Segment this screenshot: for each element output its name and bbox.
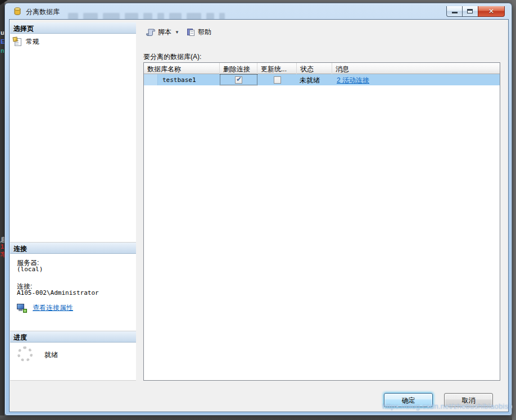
checkmark-icon: ✔ — [236, 75, 242, 83]
select-page-panel: 常规 — [10, 34, 136, 243]
grid-header-row: 数据库名称 删除连接 更新统... 状态 消息 — [144, 63, 500, 74]
active-connections-link[interactable]: 2 活动连接 — [337, 76, 369, 84]
maximize-icon — [467, 9, 473, 13]
column-header-drop-connections[interactable]: 删除连接 — [220, 63, 257, 74]
view-connection-properties-link[interactable]: 查看连接属性 — [33, 303, 73, 313]
databases-to-detach-label: 要分离的数据库(A): — [143, 52, 201, 62]
watermark-text: https://blog.csdn.net/zhebushibiaobisb — [315, 402, 513, 410]
column-header-status[interactable]: 状态 — [297, 63, 332, 74]
select-page-header: 选择页 — [10, 22, 136, 34]
drop-connections-cell: ✔ — [220, 74, 257, 85]
titlebar[interactable]: 分离数据库 ✕ — [5, 3, 512, 19]
server-value: (local) — [17, 266, 43, 273]
background-bottom-strip — [0, 416, 516, 420]
table-row[interactable]: testbase1 ✔ 未就绪 2 活动连接 — [144, 74, 500, 85]
background-text-fragment: 车 — [1, 250, 4, 259]
column-header-update-statistics[interactable]: 更新统... — [257, 63, 297, 74]
message-cell: 2 活动连接 — [332, 74, 500, 85]
connection-properties-icon — [17, 304, 27, 313]
close-icon: ✕ — [478, 7, 504, 15]
connection-panel: 服务器: (local) 连接: A105-002\Administrator … — [10, 254, 136, 331]
update-statistics-checkbox[interactable] — [274, 76, 281, 84]
dialog-toolbar: 脚本 ▼ 帮助 — [143, 25, 214, 39]
background-text-fragment: u — [1, 29, 4, 36]
database-icon — [13, 7, 22, 16]
background-text-fragment: n — [1, 47, 4, 54]
databases-grid[interactable]: 数据库名称 删除连接 更新统... 状态 消息 testbase1 ✔ — [143, 62, 500, 381]
help-button[interactable]: 帮助 — [184, 26, 214, 39]
background-right-strip — [512, 0, 516, 420]
connection-header: 连接 — [10, 243, 136, 254]
help-button-label: 帮助 — [198, 28, 211, 37]
update-statistics-cell — [257, 74, 297, 85]
script-icon — [146, 28, 156, 36]
progress-spinner-icon — [17, 346, 33, 362]
chevron-down-icon[interactable]: ▼ — [175, 30, 179, 35]
database-name-cell: testbase1 — [158, 74, 220, 85]
sidebar-item-label: 常规 — [26, 37, 39, 47]
sidebar-item-general[interactable]: 常规 — [13, 37, 39, 47]
help-icon — [187, 28, 196, 36]
detach-database-dialog: 分离数据库 ✕ 选择页 — [4, 3, 512, 416]
drop-connections-checkbox[interactable]: ✔ — [235, 76, 242, 84]
progress-status: 就绪 — [44, 350, 58, 360]
screen: u E n 息 1 车 分离数据库 — [0, 0, 516, 420]
view-connection-properties[interactable]: 查看连接属性 — [17, 303, 73, 313]
script-button[interactable]: 脚本 ▼ — [143, 26, 182, 39]
progress-header: 进度 — [10, 331, 136, 343]
dialog-body: 选择页 常规 连接 服务器: (local) 连接: — [9, 19, 509, 412]
window-title: 分离数据库 — [26, 7, 60, 17]
minimize-icon — [452, 12, 458, 13]
maximize-button[interactable] — [463, 6, 478, 17]
window-controls: ✕ — [446, 3, 505, 17]
status-cell: 未就绪 — [297, 74, 332, 85]
background-text-fragment: E — [1, 38, 4, 45]
script-button-label: 脚本 — [158, 28, 171, 37]
column-header-database-name[interactable]: 数据库名称 — [144, 63, 220, 74]
background-text-fragment: 1 — [1, 243, 4, 250]
column-header-message[interactable]: 消息 — [332, 63, 500, 74]
login-value: A105-002\Administrator — [17, 289, 99, 296]
minimize-button[interactable] — [446, 6, 463, 17]
close-button[interactable]: ✕ — [478, 6, 505, 17]
property-page-icon — [13, 38, 22, 47]
row-indicator-cell — [144, 74, 158, 85]
background-app-strip: u E n 息 1 车 — [0, 0, 4, 420]
